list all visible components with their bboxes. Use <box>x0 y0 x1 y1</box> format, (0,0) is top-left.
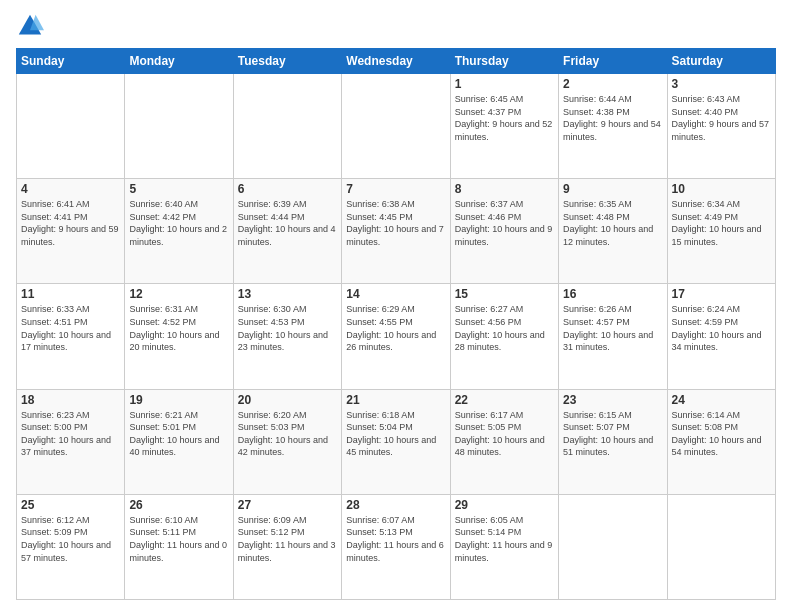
header <box>16 12 776 40</box>
day-cell <box>559 494 667 599</box>
day-cell: 22Sunrise: 6:17 AMSunset: 5:05 PMDayligh… <box>450 389 558 494</box>
day-cell: 7Sunrise: 6:38 AMSunset: 4:45 PMDaylight… <box>342 179 450 284</box>
day-info: Sunrise: 6:43 AMSunset: 4:40 PMDaylight:… <box>672 93 771 143</box>
day-info: Sunrise: 6:17 AMSunset: 5:05 PMDaylight:… <box>455 409 554 459</box>
day-number: 11 <box>21 287 120 301</box>
week-row-2: 4Sunrise: 6:41 AMSunset: 4:41 PMDaylight… <box>17 179 776 284</box>
day-number: 6 <box>238 182 337 196</box>
day-cell <box>125 74 233 179</box>
day-info: Sunrise: 6:18 AMSunset: 5:04 PMDaylight:… <box>346 409 445 459</box>
day-info: Sunrise: 6:33 AMSunset: 4:51 PMDaylight:… <box>21 303 120 353</box>
day-info: Sunrise: 6:23 AMSunset: 5:00 PMDaylight:… <box>21 409 120 459</box>
weekday-header-tuesday: Tuesday <box>233 49 341 74</box>
day-cell: 8Sunrise: 6:37 AMSunset: 4:46 PMDaylight… <box>450 179 558 284</box>
day-cell: 2Sunrise: 6:44 AMSunset: 4:38 PMDaylight… <box>559 74 667 179</box>
day-number: 21 <box>346 393 445 407</box>
day-number: 15 <box>455 287 554 301</box>
day-cell: 12Sunrise: 6:31 AMSunset: 4:52 PMDayligh… <box>125 284 233 389</box>
day-number: 18 <box>21 393 120 407</box>
day-info: Sunrise: 6:38 AMSunset: 4:45 PMDaylight:… <box>346 198 445 248</box>
day-info: Sunrise: 6:07 AMSunset: 5:13 PMDaylight:… <box>346 514 445 564</box>
day-cell: 18Sunrise: 6:23 AMSunset: 5:00 PMDayligh… <box>17 389 125 494</box>
day-info: Sunrise: 6:35 AMSunset: 4:48 PMDaylight:… <box>563 198 662 248</box>
day-info: Sunrise: 6:30 AMSunset: 4:53 PMDaylight:… <box>238 303 337 353</box>
day-info: Sunrise: 6:27 AMSunset: 4:56 PMDaylight:… <box>455 303 554 353</box>
day-info: Sunrise: 6:31 AMSunset: 4:52 PMDaylight:… <box>129 303 228 353</box>
week-row-3: 11Sunrise: 6:33 AMSunset: 4:51 PMDayligh… <box>17 284 776 389</box>
day-info: Sunrise: 6:39 AMSunset: 4:44 PMDaylight:… <box>238 198 337 248</box>
day-number: 17 <box>672 287 771 301</box>
day-cell: 9Sunrise: 6:35 AMSunset: 4:48 PMDaylight… <box>559 179 667 284</box>
calendar-header: SundayMondayTuesdayWednesdayThursdayFrid… <box>17 49 776 74</box>
day-info: Sunrise: 6:29 AMSunset: 4:55 PMDaylight:… <box>346 303 445 353</box>
day-cell: 5Sunrise: 6:40 AMSunset: 4:42 PMDaylight… <box>125 179 233 284</box>
weekday-row: SundayMondayTuesdayWednesdayThursdayFrid… <box>17 49 776 74</box>
day-cell: 28Sunrise: 6:07 AMSunset: 5:13 PMDayligh… <box>342 494 450 599</box>
logo <box>16 12 48 40</box>
day-cell <box>233 74 341 179</box>
day-number: 19 <box>129 393 228 407</box>
day-cell: 19Sunrise: 6:21 AMSunset: 5:01 PMDayligh… <box>125 389 233 494</box>
day-number: 10 <box>672 182 771 196</box>
day-cell <box>342 74 450 179</box>
weekday-header-sunday: Sunday <box>17 49 125 74</box>
day-info: Sunrise: 6:44 AMSunset: 4:38 PMDaylight:… <box>563 93 662 143</box>
day-number: 14 <box>346 287 445 301</box>
day-number: 2 <box>563 77 662 91</box>
day-number: 9 <box>563 182 662 196</box>
day-number: 16 <box>563 287 662 301</box>
day-info: Sunrise: 6:20 AMSunset: 5:03 PMDaylight:… <box>238 409 337 459</box>
day-number: 27 <box>238 498 337 512</box>
day-info: Sunrise: 6:34 AMSunset: 4:49 PMDaylight:… <box>672 198 771 248</box>
day-info: Sunrise: 6:05 AMSunset: 5:14 PMDaylight:… <box>455 514 554 564</box>
weekday-header-wednesday: Wednesday <box>342 49 450 74</box>
day-number: 29 <box>455 498 554 512</box>
weekday-header-monday: Monday <box>125 49 233 74</box>
day-info: Sunrise: 6:09 AMSunset: 5:12 PMDaylight:… <box>238 514 337 564</box>
day-info: Sunrise: 6:40 AMSunset: 4:42 PMDaylight:… <box>129 198 228 248</box>
day-cell: 14Sunrise: 6:29 AMSunset: 4:55 PMDayligh… <box>342 284 450 389</box>
day-info: Sunrise: 6:12 AMSunset: 5:09 PMDaylight:… <box>21 514 120 564</box>
week-row-4: 18Sunrise: 6:23 AMSunset: 5:00 PMDayligh… <box>17 389 776 494</box>
day-number: 28 <box>346 498 445 512</box>
day-cell: 15Sunrise: 6:27 AMSunset: 4:56 PMDayligh… <box>450 284 558 389</box>
weekday-header-thursday: Thursday <box>450 49 558 74</box>
day-cell: 27Sunrise: 6:09 AMSunset: 5:12 PMDayligh… <box>233 494 341 599</box>
day-info: Sunrise: 6:45 AMSunset: 4:37 PMDaylight:… <box>455 93 554 143</box>
day-cell: 20Sunrise: 6:20 AMSunset: 5:03 PMDayligh… <box>233 389 341 494</box>
day-info: Sunrise: 6:21 AMSunset: 5:01 PMDaylight:… <box>129 409 228 459</box>
day-cell: 13Sunrise: 6:30 AMSunset: 4:53 PMDayligh… <box>233 284 341 389</box>
day-number: 7 <box>346 182 445 196</box>
day-number: 24 <box>672 393 771 407</box>
calendar-body: 1Sunrise: 6:45 AMSunset: 4:37 PMDaylight… <box>17 74 776 600</box>
day-cell: 25Sunrise: 6:12 AMSunset: 5:09 PMDayligh… <box>17 494 125 599</box>
day-cell: 1Sunrise: 6:45 AMSunset: 4:37 PMDaylight… <box>450 74 558 179</box>
day-number: 12 <box>129 287 228 301</box>
day-cell: 10Sunrise: 6:34 AMSunset: 4:49 PMDayligh… <box>667 179 775 284</box>
weekday-header-saturday: Saturday <box>667 49 775 74</box>
day-number: 22 <box>455 393 554 407</box>
day-cell: 21Sunrise: 6:18 AMSunset: 5:04 PMDayligh… <box>342 389 450 494</box>
weekday-header-friday: Friday <box>559 49 667 74</box>
day-number: 13 <box>238 287 337 301</box>
day-number: 5 <box>129 182 228 196</box>
day-number: 25 <box>21 498 120 512</box>
day-cell <box>667 494 775 599</box>
day-number: 3 <box>672 77 771 91</box>
day-cell: 26Sunrise: 6:10 AMSunset: 5:11 PMDayligh… <box>125 494 233 599</box>
day-number: 4 <box>21 182 120 196</box>
day-cell: 16Sunrise: 6:26 AMSunset: 4:57 PMDayligh… <box>559 284 667 389</box>
day-number: 8 <box>455 182 554 196</box>
day-info: Sunrise: 6:14 AMSunset: 5:08 PMDaylight:… <box>672 409 771 459</box>
day-number: 1 <box>455 77 554 91</box>
day-cell: 4Sunrise: 6:41 AMSunset: 4:41 PMDaylight… <box>17 179 125 284</box>
day-number: 20 <box>238 393 337 407</box>
day-info: Sunrise: 6:15 AMSunset: 5:07 PMDaylight:… <box>563 409 662 459</box>
day-info: Sunrise: 6:37 AMSunset: 4:46 PMDaylight:… <box>455 198 554 248</box>
day-info: Sunrise: 6:10 AMSunset: 5:11 PMDaylight:… <box>129 514 228 564</box>
page: SundayMondayTuesdayWednesdayThursdayFrid… <box>0 0 792 612</box>
calendar-table: SundayMondayTuesdayWednesdayThursdayFrid… <box>16 48 776 600</box>
day-cell: 6Sunrise: 6:39 AMSunset: 4:44 PMDaylight… <box>233 179 341 284</box>
day-cell: 29Sunrise: 6:05 AMSunset: 5:14 PMDayligh… <box>450 494 558 599</box>
day-cell: 23Sunrise: 6:15 AMSunset: 5:07 PMDayligh… <box>559 389 667 494</box>
